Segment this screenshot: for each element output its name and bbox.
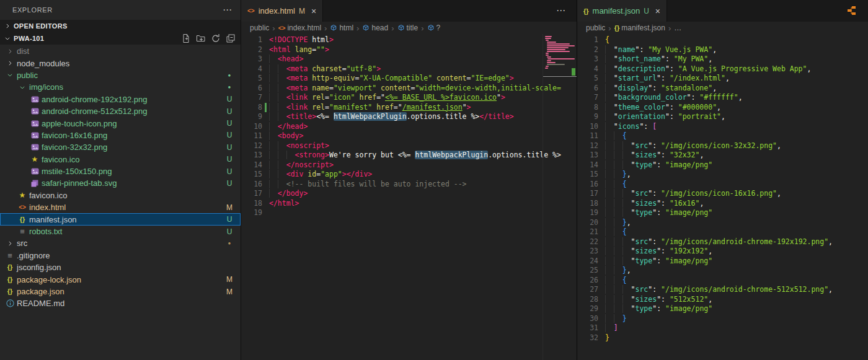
new-file-icon[interactable] <box>181 33 191 43</box>
tree-item-package-lock-json[interactable]: {}package-lock.jsonM <box>0 273 241 285</box>
tree-item-node-modules[interactable]: node_modules <box>0 57 241 69</box>
project-section[interactable]: PWA-101 <box>0 32 241 45</box>
code-line: 32} <box>577 333 868 343</box>
tree-item-dist[interactable]: dist <box>0 45 241 57</box>
tree-item-img-icons[interactable]: img/icons● <box>0 81 241 93</box>
tree-item-favicon-16x16-png[interactable]: favicon-16x16.pngU <box>0 130 241 141</box>
tab-label: manifest.json <box>593 6 640 15</box>
image-icon <box>29 120 40 127</box>
code-line: 1{ <box>577 35 868 45</box>
code-line: 8 "theme_color": "#000000", <box>577 103 868 113</box>
breadcrumb-separator: › <box>272 24 275 33</box>
tree-item-apple-touch-icon-png[interactable]: apple-touch-icon.pngU <box>0 117 241 129</box>
code-line: 29 "type": "image/png" <box>577 304 868 314</box>
explorer-more-icon[interactable]: ⋯ <box>223 7 232 13</box>
tree-item-manifest-json[interactable]: {}manifest.jsonU <box>0 213 241 225</box>
breadcrumb-label: head <box>371 24 388 32</box>
untracked-badge: U <box>225 167 234 176</box>
code-line: 10 "icons": [ <box>577 122 868 132</box>
minimap[interactable] <box>542 34 577 360</box>
tree-item-label: favicon.ico <box>29 191 67 200</box>
tree-item-favicon-32x32-png[interactable]: favicon-32x32.pngU <box>0 141 241 153</box>
tree-item-safari-pinned-tab-svg[interactable]: safari-pinned-tab.svgU <box>0 177 241 189</box>
tree-item-label: index.html <box>29 203 66 212</box>
code-line: 21 { <box>577 227 868 237</box>
tree-item-readme-md[interactable]: README.md <box>0 297 241 309</box>
breadcrumb-item[interactable]: ? <box>427 24 441 32</box>
close-icon[interactable]: × <box>655 6 660 16</box>
close-icon[interactable]: × <box>311 6 316 16</box>
tab-label: index.html <box>259 6 295 15</box>
tree-item-label: android-chrome-512x512.png <box>42 107 148 116</box>
tree-item--gitignore[interactable]: ≡.gitignore <box>0 250 241 261</box>
line-number: 19 <box>241 208 262 218</box>
modified-badge: M <box>225 288 234 296</box>
breadcrumb-item[interactable]: html <box>330 24 353 32</box>
tree-item-jsconfig-json[interactable]: {}jsconfig.json <box>0 261 241 273</box>
breadcrumb-item[interactable]: head <box>362 24 388 32</box>
code-editor-index-html[interactable]: 1<!DOCTYPE html>2<html lang="">3 <head>4… <box>241 34 577 360</box>
code-line: 11 { <box>577 131 868 141</box>
outline-icon[interactable] <box>847 6 857 15</box>
tree-item-public[interactable]: public● <box>0 69 241 81</box>
breadcrumb-item[interactable]: {}manifest.json <box>614 24 665 32</box>
tree-item-package-json[interactable]: {}package.jsonM <box>0 286 241 297</box>
line-number: 16 <box>241 180 262 190</box>
open-editors-label: OPEN EDITORS <box>14 22 68 30</box>
chevron-right-icon <box>2 21 12 31</box>
tab-manifest-json[interactable]: {} manifest.json U × <box>577 0 667 22</box>
tree-item-favicon-ico[interactable]: ★favicon.ico <box>0 190 241 201</box>
code-line: 30 } <box>577 314 868 324</box>
code-line: 9 <title><%= htmlWebpackPlugin.options.t… <box>241 112 577 122</box>
breadcrumb-item[interactable]: public <box>586 24 605 32</box>
line-number: 7 <box>241 93 262 103</box>
breadcrumb-separator: › <box>668 24 671 33</box>
tree-item-android-chrome-512x512-png[interactable]: android-chrome-512x512.pngU <box>0 105 241 117</box>
code-line: 13 <strong>We're sorry but <%= htmlWebpa… <box>241 151 577 160</box>
breadcrumb-item[interactable]: title <box>397 24 418 32</box>
code-line: 5 "start_url": "/index.html", <box>577 74 868 84</box>
line-number: 9 <box>241 112 262 122</box>
line-number: 5 <box>241 74 262 84</box>
code-line: 2<html lang=""> <box>241 45 577 55</box>
html-icon: <> <box>278 25 286 32</box>
breadcrumb-item[interactable]: <>index.html <box>278 24 321 32</box>
tree-item-index-html[interactable]: <>index.htmlM <box>0 201 241 213</box>
svg-icon <box>29 180 40 187</box>
breadcrumb-label: public <box>586 24 605 32</box>
code-line: 14 "type": "image/png" <box>577 160 868 170</box>
tree-item-robots-txt[interactable]: ≡robots.txtU <box>0 226 241 237</box>
tree-item-src[interactable]: src● <box>0 237 241 249</box>
breadcrumb-item[interactable]: public <box>250 24 269 32</box>
tree-item-favicon-ico[interactable]: ★favicon.icoU <box>0 154 241 165</box>
tab-index-html[interactable]: <> index.html M × <box>241 0 323 22</box>
collapse-all-icon[interactable] <box>226 33 236 43</box>
untracked-badge: U <box>644 7 649 15</box>
line-number: 16 <box>577 180 598 190</box>
code-line: 17 </body> <box>241 189 577 199</box>
chevron-down-icon <box>2 33 12 43</box>
code-line: 6 "display": "standalone", <box>577 84 868 94</box>
tree-item-label: jsconfig.json <box>17 263 61 272</box>
code-editor-manifest-json[interactable]: 1{2 "name": "My Vue.js PWA",3 "short_nam… <box>577 34 868 360</box>
breadcrumb: public›<>index.html›html›head›title›? <box>241 22 577 34</box>
tree-item-mstile-150x150-png[interactable]: mstile-150x150.pngU <box>0 165 241 177</box>
line-number: 17 <box>577 189 598 199</box>
new-folder-icon[interactable] <box>196 33 206 43</box>
editor-more-icon[interactable]: ⋯ <box>556 5 565 16</box>
breadcrumb-item[interactable]: … <box>674 24 681 32</box>
line-number: 8 <box>241 103 262 113</box>
line-number: 17 <box>241 189 262 199</box>
json-icon: {} <box>614 24 620 32</box>
tree-item-android-chrome-192x192-png[interactable]: android-chrome-192x192.pngU <box>0 94 241 105</box>
open-editors-section[interactable]: OPEN EDITORS <box>0 20 241 32</box>
tree-item-label: public <box>17 71 38 80</box>
line-number: 21 <box>577 227 598 237</box>
refresh-icon[interactable] <box>211 33 221 43</box>
line-number: 23 <box>577 247 598 257</box>
code-line: 3 <head> <box>241 55 577 64</box>
chevron-right-icon <box>4 48 16 55</box>
tree-item-label: package-lock.json <box>17 275 81 284</box>
git-dot-badge: ● <box>225 72 234 78</box>
untracked-badge: U <box>225 95 234 103</box>
